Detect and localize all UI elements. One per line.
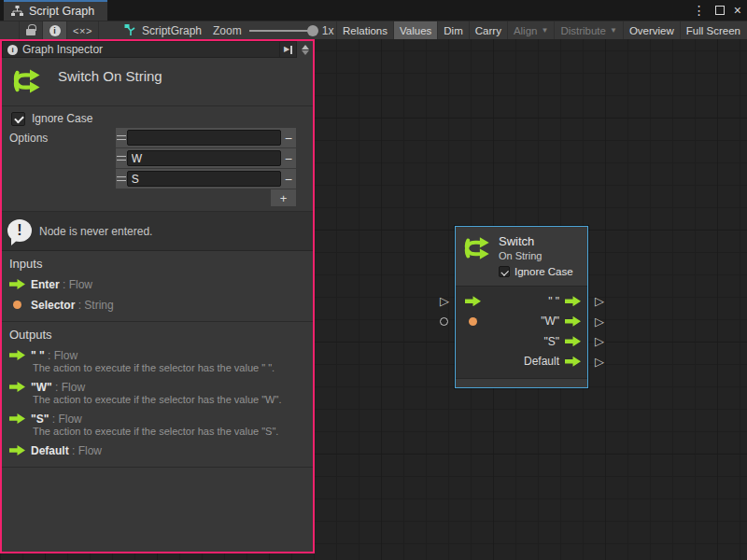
- inspector-toggle-button[interactable]: i: [43, 21, 67, 39]
- graph-canvas[interactable]: Switch On String Ignore Case ▷" "▷"W"▷"S…: [0, 39, 747, 560]
- outer-flow-connector-icon[interactable]: ▷: [595, 335, 604, 347]
- view-buttons: RelationsValuesDimCarryAlign▼Distribute▼…: [336, 21, 746, 39]
- toolbar-button-distribute[interactable]: Distribute▼: [554, 21, 623, 39]
- remove-option-button[interactable]: −: [281, 128, 296, 147]
- dropdown-arrow-icon: ▼: [610, 26, 617, 35]
- window-close-icon[interactable]: ×: [734, 3, 741, 18]
- value-port-icon: [13, 301, 21, 309]
- window-tab-bar: Script Graph ⋮ ×: [0, 0, 747, 21]
- port-type: : Flow: [45, 349, 78, 362]
- warning-icon: !: [7, 219, 33, 244]
- node-footer[interactable]: [456, 378, 587, 387]
- drag-handle[interactable]: [116, 128, 127, 147]
- info-icon: i: [49, 25, 61, 36]
- collapse-spinner[interactable]: [297, 41, 313, 58]
- drag-handle-icon: [117, 176, 126, 181]
- drag-handle[interactable]: [116, 169, 127, 189]
- port-name: Default: [31, 444, 69, 457]
- window-menu-icon[interactable]: ⋮: [693, 3, 706, 18]
- node-body: ▷" "▷"W"▷"S"▷Default▷: [456, 287, 587, 378]
- ignore-case-row[interactable]: Ignore Case: [2, 111, 313, 126]
- warning-box: ! Node is never entered.: [2, 212, 313, 251]
- dropdown-arrow-icon: ▼: [541, 26, 548, 35]
- value-input-port-icon[interactable]: [469, 317, 477, 326]
- switch-icon: [464, 234, 492, 277]
- dock-button[interactable]: ▶: [280, 41, 297, 58]
- flow-port-icon: [9, 279, 25, 289]
- add-option-button[interactable]: +: [271, 189, 296, 206]
- toolbar-button-full-screen[interactable]: Full Screen: [680, 21, 746, 39]
- remove-option-button[interactable]: −: [281, 169, 296, 189]
- toolbar-button-relations[interactable]: Relations: [336, 21, 393, 39]
- port-name: Enter: [31, 278, 60, 291]
- inspector-header: i Graph Inspector: [2, 41, 280, 58]
- drag-handle[interactable]: [116, 148, 127, 168]
- outputs-section: Outputs " " : FlowThe action to execute …: [2, 322, 313, 468]
- flow-output-port-icon[interactable]: [565, 357, 581, 367]
- port-name: "S": [31, 413, 49, 426]
- spinner-down-icon[interactable]: [302, 50, 309, 55]
- node-header[interactable]: Switch On String Ignore Case: [456, 227, 587, 287]
- zoom-slider-knob[interactable]: [307, 25, 318, 36]
- output-port-label: Default: [524, 355, 559, 368]
- switch-icon: [13, 66, 43, 96]
- window-maximize-icon[interactable]: [715, 6, 725, 15]
- toolbar-button-overview[interactable]: Overview: [623, 21, 680, 39]
- port-row: Enter : Flow: [2, 277, 313, 291]
- warning-text: Node is never entered.: [39, 225, 152, 238]
- port-type: : Flow: [69, 444, 102, 457]
- option-row: −: [116, 169, 296, 189]
- port-name: " ": [31, 349, 45, 362]
- toolbar-left-group: i <×>: [0, 21, 99, 39]
- inspector-header-title: Graph Inspector: [22, 43, 103, 56]
- options-row: Options −−− +: [2, 128, 313, 206]
- remove-option-button[interactable]: −: [281, 148, 296, 168]
- flow-output-port-icon[interactable]: [565, 336, 581, 346]
- lock-button[interactable]: [19, 21, 43, 39]
- outer-flow-connector-icon[interactable]: ▷: [595, 356, 604, 368]
- option-input[interactable]: [127, 150, 281, 166]
- node-port-row: Default▷: [456, 352, 587, 372]
- node-ignore-case-checkbox[interactable]: [499, 266, 510, 277]
- flow-input-port-icon[interactable]: [465, 296, 481, 306]
- code-view-button[interactable]: <×>: [67, 21, 99, 39]
- output-port-label: "S": [543, 335, 559, 348]
- outer-flow-connector-icon[interactable]: ▷: [440, 295, 449, 307]
- port-description: The action to execute if the selector ha…: [2, 426, 313, 437]
- outer-value-connector-icon[interactable]: [440, 317, 448, 326]
- toolbar-button-values[interactable]: Values: [393, 21, 437, 39]
- port-description: The action to execute if the selector ha…: [2, 362, 313, 373]
- node-port-row: ▷" "▷: [456, 291, 587, 312]
- inspector-header-row: i Graph Inspector ▶: [2, 41, 313, 58]
- output-port-label: "W": [541, 315, 559, 328]
- output-port-label: " ": [548, 295, 559, 308]
- node-title: Switch: [499, 234, 573, 248]
- options-list: −−− +: [116, 128, 296, 206]
- flow-output-port-icon[interactable]: [565, 316, 581, 327]
- tab-script-graph[interactable]: Script Graph: [4, 0, 107, 21]
- inspector-title: Switch On String: [58, 68, 162, 84]
- spinner-up-icon[interactable]: [302, 45, 309, 49]
- zoom-control: Zoom 1x: [213, 21, 333, 39]
- outer-flow-connector-icon[interactable]: ▷: [595, 295, 604, 307]
- ignore-case-checkbox[interactable]: [11, 112, 25, 126]
- port-row: "S" : Flow: [2, 412, 313, 426]
- flow-output-port-icon[interactable]: [565, 296, 581, 306]
- drag-handle-icon: [117, 156, 126, 161]
- port-description: The action to execute if the selector ha…: [2, 394, 313, 405]
- inputs-section: Inputs Enter : FlowSelector : String: [2, 251, 313, 322]
- node-ignore-case[interactable]: Ignore Case: [499, 266, 573, 277]
- toolbar-button-align[interactable]: Align▼: [507, 21, 555, 39]
- toolbar-button-carry[interactable]: Carry: [469, 21, 507, 39]
- port-type: : Flow: [49, 413, 81, 426]
- zoom-slider[interactable]: [249, 30, 315, 32]
- toolbar-button-dim[interactable]: Dim: [437, 21, 468, 39]
- graph-reference[interactable]: ScriptGraph: [124, 21, 202, 39]
- option-input[interactable]: [127, 171, 281, 187]
- outer-flow-connector-icon[interactable]: ▷: [595, 315, 604, 328]
- switch-on-string-node[interactable]: Switch On String Ignore Case ▷" "▷"W"▷"S…: [455, 226, 588, 388]
- option-input[interactable]: [127, 130, 281, 146]
- port-row: " " : Flow: [2, 348, 313, 362]
- lock-icon: [26, 29, 35, 35]
- inputs-ports: Enter : FlowSelector : String: [2, 277, 313, 312]
